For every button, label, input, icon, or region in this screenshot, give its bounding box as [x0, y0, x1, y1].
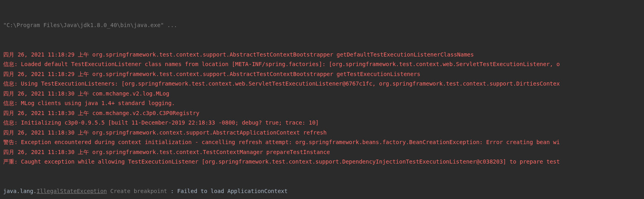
exception-message: : Failed to load ApplicationContext — [167, 188, 287, 194]
exception-prefix: java.lang. — [3, 188, 37, 194]
exception-line: java.lang.IllegalStateException Create b… — [3, 186, 644, 196]
log-line: 四月 26, 2021 11:18:29 上午 org.springframew… — [3, 50, 644, 60]
log-line: 信息: Initializing c3p0-0.9.5.5 [built 11-… — [3, 118, 644, 128]
log-line: 警告: Exception encountered during context… — [3, 137, 644, 147]
log-line: 信息: Loaded default TestExecutionListener… — [3, 59, 644, 69]
log-line: 四月 26, 2021 11:18:29 上午 org.springframew… — [3, 69, 644, 79]
log-line: 四月 26, 2021 11:18:30 上午 org.springframew… — [3, 147, 644, 157]
log-line: 四月 26, 2021 11:18:30 上午 com.mchange.v2.c… — [3, 108, 644, 118]
log-line: 四月 26, 2021 11:18:30 上午 com.mchange.v2.l… — [3, 89, 644, 99]
log-line: 四月 26, 2021 11:18:30 上午 org.springframew… — [3, 128, 644, 138]
create-breakpoint-link[interactable]: Create breakpoint — [110, 188, 167, 194]
exception-class-link[interactable]: IllegalStateException — [37, 188, 107, 194]
log-line: 信息: MLog clients using java 1.4+ standar… — [3, 98, 644, 108]
log-line: 信息: Using TestExecutionListeners: [org.s… — [3, 79, 644, 89]
command-header: "C:\Program Files\Java\jdk1.8.0_40\bin\j… — [3, 20, 644, 30]
console-output[interactable]: "C:\Program Files\Java\jdk1.8.0_40\bin\j… — [0, 0, 644, 199]
log-line: 严重: Caught exception while allowing Test… — [3, 157, 644, 167]
